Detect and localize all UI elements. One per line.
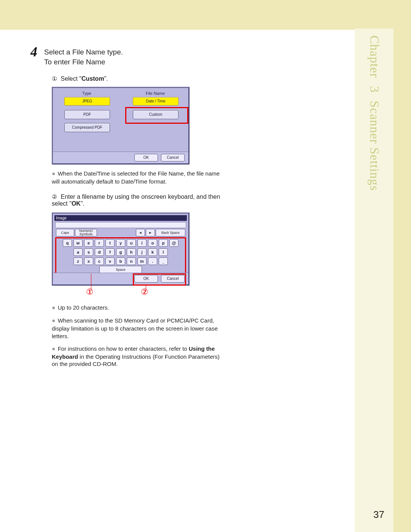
step-number: 4 <box>30 45 37 59</box>
key-e[interactable]: e <box>84 239 93 247</box>
key-i[interactable]: i <box>137 239 147 247</box>
numeric-symbols-button[interactable]: Numeric/Symbols <box>75 229 97 236</box>
callout-1: ① <box>86 287 94 297</box>
key-a[interactable]: a <box>73 248 83 256</box>
key-underscore[interactable]: _ <box>159 257 168 265</box>
chapter-number: 3 <box>367 86 381 93</box>
key-row-1: qwertyuiop@ <box>56 239 185 247</box>
filetype-panel: Type File Name JPEG PDF Compressed PDF D… <box>52 87 190 165</box>
key-row-3: zxcvbnm._ <box>56 257 185 265</box>
keyboard-input[interactable] <box>55 222 186 228</box>
keyboard-area: qwertyuiop@ asdfghjkl zxcvbnm._ Space <box>55 237 186 274</box>
jpeg-button[interactable]: JPEG <box>64 97 110 105</box>
key-l[interactable]: l <box>159 248 168 256</box>
key-row-2: asdfghjkl <box>56 248 185 256</box>
caps-button[interactable]: Caps <box>56 229 74 236</box>
panel-footer: OK Cancel <box>53 152 188 163</box>
key-c[interactable]: c <box>95 257 104 265</box>
bullet-dot: ● <box>52 345 56 352</box>
step-title: Select a File Name type. To enter File N… <box>30 45 225 67</box>
key-h[interactable]: h <box>127 248 136 256</box>
key-f[interactable]: f <box>105 248 115 256</box>
chapter-label: Chapter 3 Scanner Settings <box>367 35 381 191</box>
key-row-4: Space <box>56 266 185 273</box>
key-x[interactable]: x <box>84 257 93 265</box>
key-j[interactable]: j <box>137 248 147 256</box>
callout-2: ② <box>141 287 148 297</box>
chapter-title: Scanner Settings <box>368 101 381 191</box>
custom-highlight <box>125 107 188 124</box>
key-k[interactable]: k <box>148 248 157 256</box>
substep-2: ② Enter a filename by using the onscreen… <box>52 193 225 207</box>
key-p[interactable]: p <box>159 239 168 247</box>
circled-2: ② <box>52 193 57 200</box>
key-r[interactable]: r <box>95 239 104 247</box>
left-arrow-button[interactable]: ◄ <box>136 229 145 236</box>
key-t[interactable]: t <box>105 239 115 247</box>
key-b[interactable]: b <box>116 257 125 265</box>
key-space[interactable]: Space <box>99 266 142 273</box>
chapter-word: Chapter <box>368 35 381 78</box>
bullet-dot: ● <box>52 317 56 324</box>
side-column: Chapter 3 Scanner Settings <box>355 29 393 532</box>
bullet-1: ●When the Date/Time is selected for the … <box>52 170 225 185</box>
key-o[interactable]: o <box>148 239 157 247</box>
key-m[interactable]: m <box>137 257 147 265</box>
key-at[interactable]: @ <box>169 239 178 247</box>
keyboard-title: Image <box>54 215 187 221</box>
keyboard-footer: OK Cancel <box>53 273 188 284</box>
bullet-dot: ● <box>52 170 56 177</box>
ok-button[interactable]: OK <box>134 154 158 161</box>
bullet-dot: ● <box>52 304 56 311</box>
right-arrow-button[interactable]: ► <box>146 229 155 236</box>
step-line1: Select a File Name type. <box>44 48 123 56</box>
circled-1: ① <box>52 75 57 82</box>
key-dot[interactable]: . <box>148 257 157 265</box>
key-n[interactable]: n <box>127 257 136 265</box>
pdf-button[interactable]: PDF <box>64 110 110 119</box>
bullet-2: ●Up to 20 characters. <box>52 304 225 312</box>
ok-cancel-highlight <box>133 273 186 286</box>
bullet-3: ●When scanning to the SD Memory Card or … <box>52 317 225 340</box>
key-g[interactable]: g <box>116 248 125 256</box>
key-q[interactable]: q <box>63 239 72 247</box>
filename-header: File Name <box>133 91 178 96</box>
bullet-4: ●For instructions on how to enter charac… <box>52 345 225 368</box>
keyboard-panel: Image Caps Numeric/Symbols ◄ ► Back Spac… <box>52 212 190 286</box>
type-header: Type <box>64 91 109 96</box>
page-number: 37 <box>373 509 384 521</box>
header-band <box>0 0 411 30</box>
substep-1: ① Select "Custom". <box>52 75 225 82</box>
datetime-button[interactable]: Date / Time <box>133 97 178 105</box>
key-y[interactable]: y <box>116 239 125 247</box>
key-u[interactable]: u <box>127 239 136 247</box>
key-w[interactable]: w <box>73 239 83 247</box>
compressed-pdf-button[interactable]: Compressed PDF <box>64 123 110 132</box>
step-line2: To enter File Name <box>30 57 225 67</box>
key-d[interactable]: d <box>95 248 104 256</box>
side-tab <box>393 48 411 137</box>
key-v[interactable]: v <box>105 257 115 265</box>
backspace-button[interactable]: Back Space <box>156 229 185 236</box>
key-z[interactable]: z <box>73 257 83 265</box>
cancel-button[interactable]: Cancel <box>161 154 185 161</box>
key-s[interactable]: s <box>84 248 93 256</box>
